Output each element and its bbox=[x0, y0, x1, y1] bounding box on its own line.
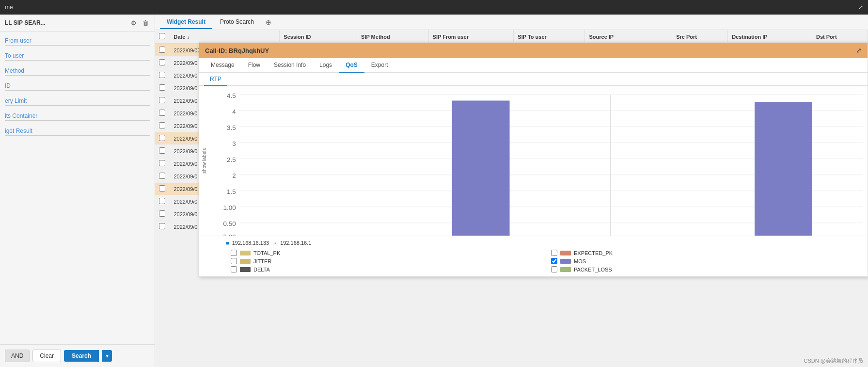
widget-result-group bbox=[5, 127, 150, 136]
col-sip-method[interactable]: SIP Method bbox=[357, 30, 429, 44]
and-button[interactable]: AND bbox=[5, 350, 30, 362]
row-checkbox-cell bbox=[155, 208, 170, 221]
to-user-input[interactable] bbox=[5, 51, 150, 61]
tab-add-button[interactable]: ⊕ bbox=[262, 16, 275, 28]
total-pk-color bbox=[240, 251, 251, 255]
col-dst-ip[interactable]: Destination IP bbox=[728, 30, 812, 44]
chart-svg-container: 4.5 4 3.5 3 2.5 2 1.5 1.00 0.50 0.00 bbox=[209, 86, 868, 236]
row-checkbox[interactable] bbox=[159, 198, 165, 204]
col-source-ip[interactable]: Source IP bbox=[585, 30, 672, 44]
delta-checkbox[interactable] bbox=[231, 266, 237, 272]
id-input[interactable] bbox=[5, 81, 150, 91]
sidebar-fields bbox=[0, 32, 155, 344]
chart-svg: 4.5 4 3.5 3 2.5 2 1.5 1.00 0.50 0.00 bbox=[214, 91, 863, 236]
select-all-checkbox[interactable] bbox=[159, 33, 165, 39]
settings-icon[interactable]: ⚙ bbox=[129, 18, 138, 27]
row-checkbox[interactable] bbox=[159, 160, 165, 166]
svg-text:2.5: 2.5 bbox=[227, 156, 236, 163]
rtp-tab[interactable]: RTP bbox=[204, 73, 227, 86]
col-dst-port[interactable]: Dst Port bbox=[812, 30, 868, 44]
table-container: Date ↓ Session ID SIP Method SIP From us… bbox=[155, 30, 868, 367]
sidebar-icons: ⚙ 🗑 bbox=[129, 18, 150, 27]
row-checkbox[interactable] bbox=[159, 210, 165, 217]
col-sip-to[interactable]: SIP To user bbox=[514, 30, 585, 44]
row-checkbox[interactable] bbox=[159, 72, 165, 78]
main-layout: LL SIP SEAR... ⚙ 🗑 bbox=[0, 15, 868, 367]
row-checkbox[interactable] bbox=[159, 173, 165, 179]
row-checkbox-cell bbox=[155, 132, 170, 145]
call-tab-message[interactable]: Message bbox=[204, 58, 241, 73]
tab-proto-search[interactable]: Proto Search bbox=[213, 16, 261, 29]
row-checkbox[interactable] bbox=[159, 223, 165, 229]
row-checkbox[interactable] bbox=[159, 97, 165, 103]
row-checkbox[interactable] bbox=[159, 84, 165, 91]
search-button[interactable]: Search bbox=[64, 350, 99, 362]
row-checkbox[interactable] bbox=[159, 135, 165, 141]
svg-text:4: 4 bbox=[232, 108, 236, 115]
from-user-group bbox=[5, 36, 150, 46]
delete-icon[interactable]: 🗑 bbox=[141, 18, 150, 27]
watermark: CSDN @会跳舞的程序员 bbox=[804, 357, 863, 365]
jitter-color bbox=[240, 259, 251, 264]
row-checkbox[interactable] bbox=[159, 47, 165, 53]
legend-packet-loss: PACKET_LOSS bbox=[551, 266, 862, 272]
call-tab-qos[interactable]: QoS bbox=[339, 58, 364, 73]
col-session-id[interactable]: Session ID bbox=[280, 30, 357, 44]
col-src-port[interactable]: Src Port bbox=[672, 30, 728, 44]
svg-text:4.5: 4.5 bbox=[227, 92, 236, 99]
col-sip-from[interactable]: SIP From user bbox=[428, 30, 514, 44]
row-checkbox[interactable] bbox=[159, 185, 165, 191]
id-group bbox=[5, 81, 150, 91]
widget-result-input[interactable] bbox=[5, 127, 150, 136]
row-checkbox-cell bbox=[155, 95, 170, 107]
results-container-group bbox=[5, 112, 150, 121]
call-panel-header: Call-ID: BRqJhqkhUY ⤢ bbox=[199, 43, 868, 58]
jitter-checkbox[interactable] bbox=[231, 258, 237, 264]
delta-label: DELTA bbox=[253, 267, 270, 272]
packet-loss-checkbox[interactable] bbox=[551, 266, 557, 272]
clear-button[interactable]: Clear bbox=[32, 350, 61, 362]
legend-expected-pk: EXPECTED_PK bbox=[551, 250, 862, 256]
col-checkbox bbox=[155, 30, 170, 44]
show-labels-label: show labels bbox=[199, 86, 209, 236]
search-dropdown-button[interactable]: ▾ bbox=[102, 350, 112, 362]
call-panel-title: Call-ID: BRqJhqkhUY bbox=[205, 47, 269, 54]
query-limit-input[interactable] bbox=[5, 96, 150, 106]
row-checkbox[interactable] bbox=[159, 110, 165, 116]
col-date[interactable]: Date ↓ bbox=[170, 30, 280, 44]
row-checkbox-cell bbox=[155, 170, 170, 183]
bar-2 bbox=[755, 102, 812, 236]
row-checkbox[interactable] bbox=[159, 122, 165, 128]
expected-pk-color bbox=[560, 251, 571, 255]
row-checkbox-cell bbox=[155, 183, 170, 195]
total-pk-checkbox[interactable] bbox=[231, 250, 237, 256]
row-checkbox-cell bbox=[155, 82, 170, 95]
arrow-icon: → bbox=[272, 240, 277, 246]
mos-checkbox[interactable] bbox=[551, 258, 557, 264]
row-checkbox-cell bbox=[155, 120, 170, 132]
method-input[interactable] bbox=[5, 66, 150, 76]
svg-text:1.00: 1.00 bbox=[223, 204, 236, 211]
svg-text:0.00: 0.00 bbox=[223, 233, 236, 236]
call-tab-flow[interactable]: Flow bbox=[241, 58, 267, 73]
call-tab-logs[interactable]: Logs bbox=[313, 58, 339, 73]
expected-pk-label: EXPECTED_PK bbox=[574, 250, 613, 256]
svg-text:1.5: 1.5 bbox=[227, 188, 236, 195]
table-header-row: Date ↓ Session ID SIP Method SIP From us… bbox=[155, 30, 868, 44]
row-checkbox[interactable] bbox=[159, 147, 165, 154]
sidebar: LL SIP SEAR... ⚙ 🗑 bbox=[0, 15, 155, 367]
expand-icon[interactable]: ⤢ bbox=[858, 4, 863, 11]
tab-widget-result[interactable]: Widget Result bbox=[160, 16, 212, 29]
row-checkbox-cell bbox=[155, 57, 170, 69]
results-container-input[interactable] bbox=[5, 112, 150, 121]
row-checkbox[interactable] bbox=[159, 59, 165, 65]
from-user-input[interactable] bbox=[5, 36, 150, 46]
call-tab-session-info[interactable]: Session Info bbox=[267, 58, 313, 73]
call-tab-export[interactable]: Export bbox=[364, 58, 395, 73]
expected-pk-checkbox[interactable] bbox=[551, 250, 557, 256]
legend-area: ■ 192.168.16.133 → 192.168.16.1 TOTAL_PK bbox=[199, 236, 868, 276]
source-ip-text: 192.168.16.133 bbox=[232, 240, 269, 246]
total-pk-label: TOTAL_PK bbox=[253, 250, 280, 256]
legend-jitter: JITTER bbox=[231, 258, 541, 264]
expand-panel-icon[interactable]: ⤢ bbox=[856, 47, 862, 54]
